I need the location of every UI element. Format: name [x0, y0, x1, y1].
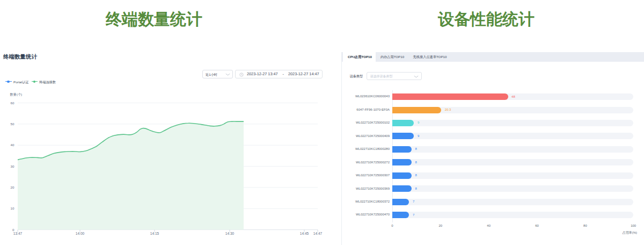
svg-text:20: 20 — [11, 185, 14, 189]
svg-text:60: 60 — [11, 101, 14, 105]
svg-text:14:00: 14:00 — [76, 232, 85, 235]
svg-text:14:45: 14:45 — [300, 232, 309, 235]
svg-text:50: 50 — [11, 122, 14, 126]
svg-text:13:47: 13:47 — [13, 232, 23, 235]
svg-text:10: 10 — [11, 206, 14, 210]
svg-text:14:30: 14:30 — [225, 232, 235, 235]
svg-text:14:47: 14:47 — [313, 232, 323, 235]
svg-text:0: 0 — [12, 228, 14, 232]
svg-text:30: 30 — [11, 164, 14, 168]
svg-text:14:15: 14:15 — [150, 232, 159, 235]
svg-text:40: 40 — [11, 143, 14, 147]
